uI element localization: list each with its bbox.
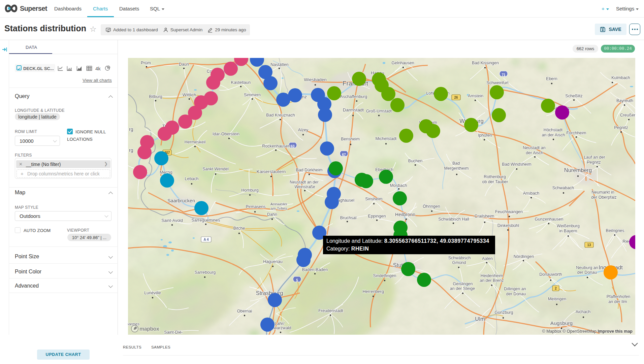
svg-text:Saint-Avold: Saint-Avold bbox=[161, 218, 183, 223]
svg-text:Eppingen: Eppingen bbox=[368, 214, 386, 219]
svg-text:Augsburg: Augsburg bbox=[550, 320, 573, 326]
svg-text:Annweiler: Annweiler bbox=[270, 202, 288, 206]
svg-text:Michelstadt: Michelstadt bbox=[375, 136, 397, 141]
svg-text:Hermeskeil: Hermeskeil bbox=[185, 140, 206, 144]
svg-text:Pfaffenhofen: Pfaffenhofen bbox=[607, 294, 631, 299]
svg-text:Nuremberg: Nuremberg bbox=[564, 167, 592, 173]
svg-text:Bad Windsheim: Bad Windsheim bbox=[502, 162, 532, 167]
svg-text:Idar-Oberstein: Idar-Oberstein bbox=[213, 132, 239, 136]
svg-text:Neustadt an der: Neustadt an der bbox=[290, 180, 318, 185]
svg-text:Rothenburg: Rothenburg bbox=[484, 174, 506, 179]
svg-text:Sankt Wendel: Sankt Wendel bbox=[202, 167, 229, 171]
svg-text:71: 71 bbox=[502, 73, 506, 77]
svg-text:Saarbrücken: Saarbrücken bbox=[167, 198, 195, 203]
svg-text:der Aisch: der Aisch bbox=[526, 151, 543, 155]
svg-text:Schweinfurt: Schweinfurt bbox=[486, 80, 509, 85]
svg-text:Pirmasens: Pirmasens bbox=[246, 204, 265, 209]
svg-text:Mergentheim: Mergentheim bbox=[444, 166, 469, 171]
svg-text:Pegnitz: Pegnitz bbox=[614, 125, 628, 130]
svg-text:der Donau: der Donau bbox=[506, 292, 526, 296]
svg-text:Donauwörth: Donauwörth bbox=[539, 272, 562, 277]
svg-text:Bayreuth: Bayreuth bbox=[616, 98, 633, 103]
svg-text:Freudenstadt: Freudenstadt bbox=[318, 308, 343, 313]
svg-text:der Donau: der Donau bbox=[577, 270, 597, 275]
svg-text:5: 5 bbox=[296, 278, 298, 282]
svg-text:Öhringen: Öhringen bbox=[423, 204, 440, 209]
svg-text:Forchheim: Forchheim bbox=[566, 131, 586, 135]
svg-text:Aalen: Aalen bbox=[482, 256, 493, 261]
svg-text:63: 63 bbox=[291, 144, 295, 148]
svg-text:Bruchsal: Bruchsal bbox=[340, 216, 357, 220]
svg-text:26: 26 bbox=[454, 96, 458, 99]
svg-text:13: 13 bbox=[587, 243, 591, 247]
svg-text:Bitche: Bitche bbox=[233, 226, 245, 231]
svg-text:Lauf an der: Lauf an der bbox=[584, 155, 605, 160]
svg-text:Lebach: Lebach bbox=[185, 176, 198, 181]
svg-text:Heilbronn: Heilbronn bbox=[395, 212, 415, 217]
svg-text:Neuburg an: Neuburg an bbox=[576, 265, 598, 270]
svg-text:Weißenburg: Weißenburg bbox=[557, 224, 580, 228]
svg-text:Bad Kissingen: Bad Kissingen bbox=[472, 61, 499, 65]
svg-text:Buchen: Buchen bbox=[408, 159, 422, 163]
svg-text:Bensheim: Bensheim bbox=[341, 137, 360, 141]
svg-text:Dillingen an: Dillingen an bbox=[504, 287, 526, 291]
svg-text:rg: rg bbox=[129, 147, 133, 153]
svg-text:Weinstraße: Weinstraße bbox=[294, 185, 315, 189]
svg-text:am Trifels: am Trifels bbox=[270, 206, 287, 210]
svg-text:Lahr/: Lahr/ bbox=[275, 321, 285, 326]
svg-text:Heidenheim: Heidenheim bbox=[481, 273, 503, 278]
svg-text:Arnstein: Arnstein bbox=[468, 94, 483, 98]
svg-text:2: 2 bbox=[555, 287, 557, 290]
svg-text:Nördlingen: Nördlingen bbox=[514, 254, 534, 259]
svg-text:Bad Dürkheim: Bad Dürkheim bbox=[296, 168, 322, 172]
svg-text:Homburg: Homburg bbox=[241, 188, 258, 193]
svg-text:Aschaffenburg: Aschaffenburg bbox=[340, 94, 367, 99]
svg-text:Crailsheim: Crailsheim bbox=[474, 214, 494, 219]
svg-text:Sarreguemines: Sarreguemines bbox=[192, 218, 220, 223]
svg-text:Bad Kreuznach: Bad Kreuznach bbox=[266, 113, 295, 118]
svg-text:Schwäbisch: Schwäbisch bbox=[448, 256, 471, 260]
svg-text:Iphofen: Iphofen bbox=[478, 133, 492, 138]
svg-text:Gunzenhausen: Gunzenhausen bbox=[535, 217, 564, 222]
svg-text:Herrenberg: Herrenberg bbox=[362, 289, 384, 294]
svg-text:Gmünd: Gmünd bbox=[452, 260, 466, 265]
svg-text:Meitingen: Meitingen bbox=[548, 297, 566, 301]
svg-text:Ulm: Ulm bbox=[475, 316, 485, 322]
svg-text:Bad: Bad bbox=[452, 161, 460, 166]
svg-text:an der Steige: an der Steige bbox=[450, 286, 475, 291]
svg-text:Ebern: Ebern bbox=[546, 76, 557, 81]
svg-text:Baden-Baden: Baden-Baden bbox=[302, 267, 328, 272]
svg-text:Simmern: Simmern bbox=[244, 93, 261, 97]
svg-text:Prüm: Prüm bbox=[141, 61, 151, 65]
svg-text:Dahn: Dahn bbox=[267, 212, 277, 217]
svg-text:an der Ilm: an der Ilm bbox=[608, 299, 627, 304]
svg-text:an der Aisch: an der Aisch bbox=[542, 133, 565, 137]
svg-text:Günzburg: Günzburg bbox=[495, 310, 513, 315]
svg-text:A 4: A 4 bbox=[203, 238, 209, 241]
svg-text:Scheßlitz: Scheßlitz bbox=[565, 94, 582, 98]
svg-text:Rockenhausen: Rockenhausen bbox=[262, 144, 290, 148]
svg-text:Kastellaun: Kastellaun bbox=[231, 80, 251, 85]
svg-text:in Bayern: in Bayern bbox=[559, 229, 577, 233]
svg-text:Geislingen: Geislingen bbox=[453, 282, 473, 286]
svg-text:ob der Tauber: ob der Tauber bbox=[482, 179, 508, 184]
svg-text:Nastätten: Nastätten bbox=[270, 62, 289, 67]
svg-text:Ansbach: Ansbach bbox=[523, 191, 540, 196]
svg-text:Darmstadt: Darmstadt bbox=[343, 107, 364, 112]
svg-text:Aichach: Aichach bbox=[576, 309, 591, 314]
svg-text:Daun: Daun bbox=[179, 62, 189, 67]
svg-text:Feuchtwangen: Feuchtwangen bbox=[495, 209, 523, 214]
svg-text:Beilngries: Beilngries bbox=[606, 228, 624, 233]
svg-text:Sarrebourg: Sarrebourg bbox=[195, 270, 216, 275]
svg-text:Neustadt an: Neustadt an bbox=[523, 145, 545, 150]
svg-text:Dinkelsbühl: Dinkelsbühl bbox=[497, 223, 519, 228]
svg-text:der Oberpfalz: der Oberpfalz bbox=[591, 195, 617, 200]
svg-text:rg: rg bbox=[129, 127, 133, 132]
svg-text:an der Brenz: an der Brenz bbox=[480, 278, 504, 283]
svg-text:Mosbach: Mosbach bbox=[390, 183, 407, 188]
svg-text:Kulmbach: Kulmbach bbox=[611, 75, 630, 80]
svg-text:Gelnhausen: Gelnhausen bbox=[391, 61, 414, 65]
svg-text:Schwäbisch Hall: Schwäbisch Hall bbox=[438, 217, 469, 222]
svg-text:67: 67 bbox=[342, 153, 346, 157]
svg-text:Haguenau: Haguenau bbox=[263, 259, 283, 264]
